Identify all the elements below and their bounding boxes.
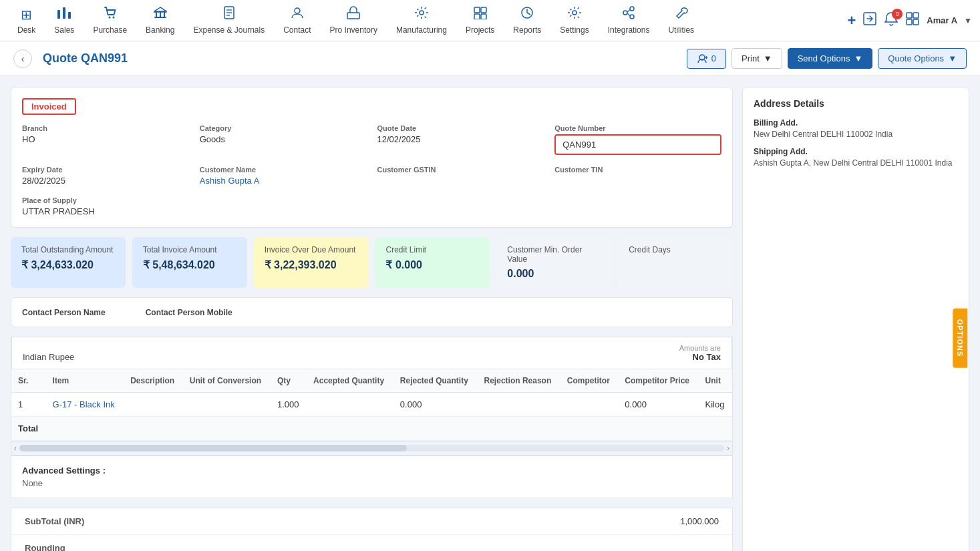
category-label: Category — [200, 124, 367, 132]
nav-item-settings[interactable]: Settings — [550, 1, 598, 40]
branch-field: Branch HO — [22, 124, 189, 155]
notification-icon[interactable]: 0 — [884, 11, 899, 29]
customer-name-value[interactable]: Ashish Gupta A — [200, 176, 367, 186]
nav-label-reports: Reports — [513, 25, 541, 35]
cell-accepted-qty — [307, 393, 393, 417]
advanced-section: Advanced Settings : None — [11, 455, 733, 498]
scroll-thumb — [19, 445, 407, 451]
reports-icon — [520, 6, 534, 23]
user-name[interactable]: Amar A — [927, 15, 957, 25]
metric-total-outstanding: Total Outstanding Amount ₹ 3,24,633.020 — [11, 237, 126, 288]
col-description: Description — [124, 369, 183, 393]
nav-item-expense[interactable]: Expense & Journals — [184, 1, 274, 40]
cell-competitor-price: 0.000 — [618, 393, 698, 417]
nav-item-proinventory[interactable]: Pro Inventory — [321, 1, 387, 40]
advanced-label: Advanced Settings : — [22, 466, 721, 476]
data-table: Sr. Item Description Unit of Conversion … — [11, 369, 732, 441]
user-dropdown-icon[interactable]: ▼ — [964, 16, 972, 25]
nav-item-projects[interactable]: Projects — [456, 1, 504, 40]
customer-name-field: Customer Name Ashish Gupta A — [200, 166, 367, 186]
metric-credit-limit-value: ₹ 0.000 — [385, 258, 479, 271]
metric-min-order: Customer Min. Order Value 0.000 — [496, 237, 611, 288]
nav-item-banking[interactable]: Banking — [136, 1, 184, 40]
svg-rect-8 — [154, 17, 166, 18]
nav-item-contact[interactable]: Contact — [274, 1, 320, 40]
left-panel: Invoiced Branch HO Category Goods Quote … — [11, 87, 733, 551]
print-label: Print — [742, 53, 760, 63]
nav-label-integrations: Integrations — [608, 25, 650, 35]
options-tab[interactable]: OPTIONS — [953, 309, 968, 368]
scroll-right-arrow[interactable]: › — [727, 443, 729, 453]
col-rejection-reason: Rejection Reason — [478, 369, 560, 393]
utilities-icon — [674, 6, 689, 23]
nav-item-utilities[interactable]: Utilities — [659, 1, 703, 40]
sales-icon — [57, 6, 71, 23]
send-options-label: Send Options — [798, 53, 850, 63]
col-accepted-qty: Accepted Quantity — [307, 369, 393, 393]
cell-rejected-qty: 0.000 — [393, 393, 478, 417]
right-panel: Address Details Billing Add. New Delhi C… — [742, 87, 969, 551]
scroll-left-arrow[interactable]: ‹ — [14, 443, 17, 453]
total-competitor-price — [618, 417, 698, 441]
nav-item-purchase[interactable]: Purchase — [84, 1, 136, 40]
expense-icon — [222, 6, 236, 23]
nav-item-sales[interactable]: Sales — [45, 1, 84, 40]
cell-description — [124, 393, 183, 417]
cell-sr: 1 — [11, 393, 46, 417]
contact-person-mobile-label: Contact Person Mobile — [146, 308, 232, 317]
table-card: Indian Rupee Amounts are No Tax Sr. Item… — [11, 337, 733, 455]
nav-label-sales: Sales — [54, 25, 74, 35]
print-chevron-icon: ▼ — [764, 53, 772, 63]
send-options-button[interactable]: Send Options ▼ — [788, 48, 873, 69]
nav-label-projects: Projects — [466, 25, 494, 35]
billing-label: Billing Add. — [754, 118, 958, 128]
print-button[interactable]: Print ▼ — [731, 48, 782, 69]
table-row: 1 G-17 - Black Ink 1.000 0.000 0.000 Kil… — [11, 393, 732, 417]
svg-rect-5 — [156, 12, 157, 17]
cell-item[interactable]: G-17 - Black Ink — [46, 393, 124, 417]
metric-credit-limit-label: Credit Limit — [385, 245, 479, 254]
contact-person-name-label: Contact Person Name — [22, 308, 106, 317]
quote-options-button[interactable]: Quote Options ▼ — [878, 48, 967, 69]
svg-line-26 — [627, 13, 630, 16]
col-unit-of-conversion: Unit of Conversion — [183, 369, 271, 393]
metric-total-outstanding-value: ₹ 3,24,633.020 — [21, 258, 115, 271]
back-button[interactable]: ‹ — [13, 49, 32, 68]
billing-value: New Delhi Central DELHI 110002 India — [754, 130, 958, 139]
quote-number-label: Quote Number — [554, 124, 721, 132]
expiry-date-field: Expiry Date 28/02/2025 — [22, 166, 189, 186]
metric-credit-days-label: Credit Days — [629, 245, 722, 254]
customer-gstin-label: Customer GSTIN — [377, 166, 544, 174]
total-item — [46, 417, 124, 441]
send-options-chevron-icon: ▼ — [854, 53, 862, 63]
total-competitor — [560, 417, 619, 441]
amounts-type: No Tax — [679, 352, 721, 362]
category-field: Category Goods — [200, 124, 367, 155]
metric-min-order-value: 0.000 — [507, 268, 601, 280]
table-scroll-container[interactable]: Sr. Item Description Unit of Conversion … — [11, 369, 732, 441]
metric-total-outstanding-label: Total Outstanding Amount — [21, 245, 115, 254]
scroll-track[interactable] — [19, 445, 724, 451]
nav-item-reports[interactable]: Reports — [504, 1, 550, 40]
cell-rejection-reason — [478, 393, 560, 417]
add-button[interactable]: + — [847, 12, 856, 29]
shipping-address-block: Shipping Add. Ashish Gupta A, New Delhi … — [754, 147, 958, 168]
nav-item-desk[interactable]: ⊞ Desk — [8, 1, 45, 40]
grid-icon[interactable] — [905, 11, 920, 29]
scroll-bar[interactable]: ‹ › — [11, 441, 732, 455]
subtotal-value: 1,000.000 — [680, 516, 719, 526]
nav-label-contact: Contact — [283, 25, 311, 35]
nav-item-manufacturing[interactable]: Manufacturing — [387, 1, 456, 40]
total-reason — [478, 417, 560, 441]
contact-row: Contact Person Name Contact Person Mobil… — [11, 297, 733, 327]
metric-total-invoice-label: Total Invoice Amount — [143, 245, 236, 254]
svg-line-25 — [627, 10, 630, 13]
metric-total-invoice-value: ₹ 5,48,634.020 — [143, 258, 236, 271]
page-header: ‹ Quote QAN991 0 Print ▼ Send Options ▼ … — [0, 41, 980, 76]
import-icon[interactable] — [862, 11, 877, 29]
follow-button[interactable]: 0 — [687, 49, 726, 69]
col-rejected-qty: Rejected Quantity — [393, 369, 478, 393]
svg-rect-14 — [347, 13, 359, 19]
metric-credit-days: Credit Days — [618, 237, 733, 288]
nav-item-integrations[interactable]: Integrations — [599, 1, 659, 40]
